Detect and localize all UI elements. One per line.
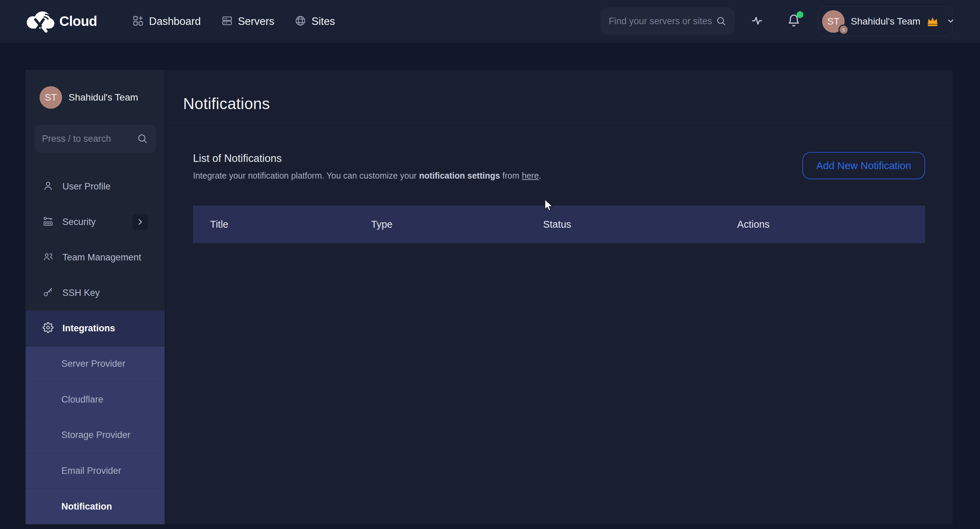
sidebar-item-user-profile[interactable]: User Profile [25,169,165,204]
nav-dashboard[interactable]: Dashboard [132,15,201,28]
subitem-label: Notification [61,501,112,512]
global-search [600,8,735,35]
ssh-key-icon [43,287,54,299]
activity-pulse-icon [750,14,764,29]
brand-name: Cloud [59,14,97,29]
sidebar-search [35,125,156,153]
global-search-input[interactable] [609,16,716,27]
sidebar-item-label: SSH Key [62,288,100,298]
brand-logo[interactable]: Cloud [25,0,97,43]
nav-dashboard-label: Dashboard [149,15,201,28]
team-avatar-initials: ST [827,16,840,27]
team-name: Shahidul's Team [851,16,920,27]
section-heading: List of Notifications [193,153,282,165]
sidebar-item-label: User Profile [62,181,110,192]
desc-text: Integrate your notification platform. Yo… [193,171,419,180]
subitem-storage-provider[interactable]: Storage Provider [25,417,165,453]
settings-here-link[interactable]: here [522,171,539,180]
subitem-cloudflare[interactable]: Cloudflare [25,382,165,418]
sidebar-search-input[interactable] [42,133,137,144]
chevron-down-icon [945,16,956,27]
chevron-right-icon [136,218,145,226]
sidebar-item-ssh-key[interactable]: SSH Key [25,275,165,310]
page-title: Notifications [183,94,270,113]
security-expand-button[interactable] [132,214,148,230]
nav-sites-label: Sites [311,15,335,28]
nav-sites[interactable]: Sites [294,15,335,28]
sidebar-item-label: Team Management [62,252,141,263]
notifications-button[interactable] [787,0,801,43]
xcloud-logo-icon [25,7,56,36]
column-type: Type [354,219,526,230]
sidebar-nav: User Profile Security [25,169,165,346]
notifications-table-header: Title Type Status Actions [193,205,925,243]
sidebar-avatar-initials: ST [45,92,57,103]
sidebar-item-label: Security [62,217,96,227]
sidebar-team-name: Shahidul's Team [68,92,138,103]
globe-icon [294,15,306,28]
team-menu[interactable]: ST s Shahidul's Team [818,6,953,37]
add-new-notification-button[interactable]: Add New Notification [802,152,925,179]
user-icon [43,180,54,192]
column-title: Title [193,219,354,230]
sidebar-item-integrations[interactable]: Integrations [25,310,165,346]
desc-text: from [500,171,522,180]
integrations-submenu: Server Provider Cloudflare Storage Provi… [25,346,165,524]
team-avatar: ST s [822,10,845,33]
main-panel: Notifications List of Notifications Inte… [165,70,952,524]
gear-icon [43,322,54,334]
topbar-nav: Dashboard Servers [132,0,335,43]
team-icon [43,251,54,264]
column-actions: Actions [720,219,925,230]
nav-servers[interactable]: Servers [221,15,275,28]
subitem-label: Storage Provider [61,430,130,440]
section-description: Integrate your notification platform. Yo… [193,171,541,181]
sidebar-avatar: ST [40,86,62,109]
settings-sidebar: ST Shahidul's Team User Profile [25,70,165,524]
nav-servers-label: Servers [238,15,275,28]
subitem-notification[interactable]: Notification [25,488,165,524]
crown-icon [926,16,939,27]
online-status-dot [797,11,803,18]
desc-bold-text: notification settings [419,171,500,180]
subitem-label: Cloudflare [61,394,103,405]
dashboard-icon [132,15,144,28]
search-icon [137,133,148,145]
app-screen: Cloud Dashboard [0,0,980,529]
subitem-server-provider[interactable]: Server Provider [25,346,165,382]
subitem-label: Server Provider [61,359,126,369]
subitem-label: Email Provider [61,465,121,476]
desc-text: . [539,171,541,180]
topbar: Cloud Dashboard [0,0,980,43]
team-avatar-badge: s [838,25,849,35]
subitem-email-provider[interactable]: Email Provider [25,453,165,489]
servers-icon [221,15,233,28]
sidebar-item-team-management[interactable]: Team Management [25,240,165,275]
sidebar-item-label: Integrations [62,323,115,334]
activity-button[interactable] [750,0,764,43]
bell-icon [787,14,801,29]
sidebar-item-security[interactable]: Security [25,204,165,240]
sidebar-profile: ST Shahidul's Team [25,70,165,109]
column-status: Status [526,219,720,230]
password-key-icon [43,216,54,228]
search-icon [716,16,727,27]
